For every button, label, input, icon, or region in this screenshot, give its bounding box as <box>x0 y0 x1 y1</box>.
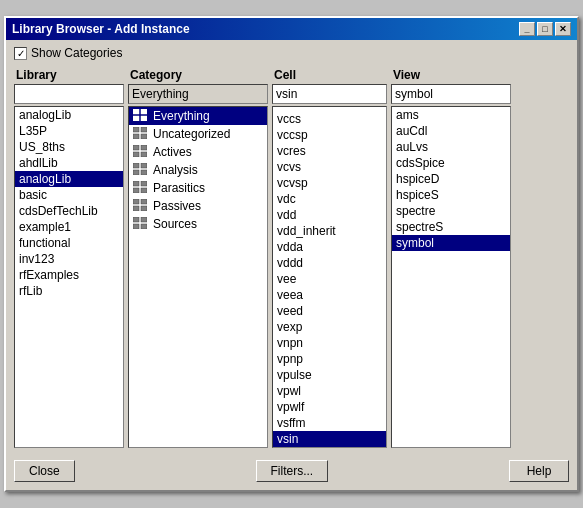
window-title: Library Browser - Add Instance <box>12 22 190 36</box>
category-list-item[interactable]: Passives <box>129 197 267 215</box>
svg-rect-2 <box>133 116 139 121</box>
category-icon <box>133 145 149 159</box>
category-item-label: Analysis <box>153 163 198 177</box>
cell-list-item[interactable]: vccsp <box>273 127 386 143</box>
svg-rect-3 <box>141 116 147 121</box>
view-column: View amsauCdlauLvscdsSpicehspiceDhspiceS… <box>391 68 511 448</box>
cell-list-item[interactable]: veed <box>273 303 386 319</box>
library-list-item[interactable]: example1 <box>15 219 123 235</box>
category-list-item[interactable]: Sources <box>129 215 267 233</box>
cell-list-item[interactable]: veea <box>273 287 386 303</box>
library-column: Library analogLibL35PUS_8thsahdlLibanalo… <box>14 68 124 448</box>
svg-rect-1 <box>141 109 147 114</box>
cell-list-item[interactable]: vsin <box>273 431 386 447</box>
cell-list-item[interactable]: vdd_inherit <box>273 223 386 239</box>
cell-list-item[interactable]: vsffm <box>273 415 386 431</box>
category-list-item[interactable]: Actives <box>129 143 267 161</box>
close-button[interactable]: ✕ <box>555 22 571 36</box>
category-icon <box>133 217 149 231</box>
cell-list-item[interactable]: vddd <box>273 255 386 271</box>
svg-rect-27 <box>141 224 147 229</box>
view-list-item[interactable]: symbol <box>392 235 510 251</box>
view-list-item[interactable]: hspiceD <box>392 171 510 187</box>
svg-rect-4 <box>133 127 139 132</box>
cell-header: Cell <box>272 68 387 82</box>
title-bar: Library Browser - Add Instance _ □ ✕ <box>6 18 577 40</box>
svg-rect-21 <box>141 199 147 204</box>
cell-column: Cell vccdvccsvccspvcresvcvsvcvspvdcvddvd… <box>272 68 387 448</box>
cell-list[interactable]: vccdvccsvccspvcresvcvsvcvspvdcvddvdd_inh… <box>272 106 387 448</box>
view-list[interactable]: amsauCdlauLvscdsSpicehspiceDhspiceSspect… <box>391 106 511 448</box>
view-list-item[interactable]: spectreS <box>392 219 510 235</box>
view-list-item[interactable]: spectre <box>392 203 510 219</box>
svg-rect-7 <box>141 134 147 139</box>
show-categories-checkbox[interactable]: ✓ <box>14 47 27 60</box>
category-input[interactable] <box>128 84 268 104</box>
view-list-item[interactable]: hspiceS <box>392 187 510 203</box>
category-list[interactable]: Everything Uncategorized Actives Analysi… <box>128 106 268 448</box>
svg-rect-24 <box>133 217 139 222</box>
show-categories-label: Show Categories <box>31 46 122 60</box>
minimize-button[interactable]: _ <box>519 22 535 36</box>
category-item-label: Sources <box>153 217 197 231</box>
cell-list-item[interactable]: vdda <box>273 239 386 255</box>
view-list-item[interactable]: ams <box>392 107 510 123</box>
close-button[interactable]: Close <box>14 460 75 482</box>
library-list-item[interactable]: inv123 <box>15 251 123 267</box>
library-list-item[interactable]: US_8ths <box>15 139 123 155</box>
view-list-item[interactable]: auCdl <box>392 123 510 139</box>
library-input[interactable] <box>14 84 124 104</box>
svg-rect-17 <box>141 181 147 186</box>
category-icon <box>133 163 149 177</box>
cell-list-item[interactable]: vcvs <box>273 159 386 175</box>
category-list-item[interactable]: Everything <box>129 107 267 125</box>
cell-list-item[interactable]: vexp <box>273 319 386 335</box>
category-item-label: Uncategorized <box>153 127 230 141</box>
svg-rect-25 <box>141 217 147 222</box>
cell-list-item[interactable]: vee <box>273 271 386 287</box>
cell-list-item[interactable]: vccs <box>273 111 386 127</box>
category-list-item[interactable]: Analysis <box>129 161 267 179</box>
view-input[interactable] <box>391 84 511 104</box>
cell-list-item[interactable]: vcres <box>273 143 386 159</box>
category-list-item[interactable]: Uncategorized <box>129 125 267 143</box>
category-list-item[interactable]: Parasitics <box>129 179 267 197</box>
view-list-item[interactable]: cdsSpice <box>392 155 510 171</box>
cell-list-item[interactable]: vpulse <box>273 367 386 383</box>
cell-list-item[interactable]: vdc <box>273 191 386 207</box>
filters-button[interactable]: Filters... <box>256 460 329 482</box>
cell-list-item[interactable]: vnpn <box>273 335 386 351</box>
columns-area: Library analogLibL35PUS_8thsahdlLibanalo… <box>14 68 569 448</box>
library-list-item[interactable]: rfExamples <box>15 267 123 283</box>
library-list-item[interactable]: cdsDefTechLib <box>15 203 123 219</box>
view-list-item[interactable]: auLvs <box>392 139 510 155</box>
category-icon <box>133 109 149 123</box>
library-list-item[interactable]: analogLib <box>15 107 123 123</box>
library-list-item[interactable]: rfLib <box>15 283 123 299</box>
svg-rect-19 <box>141 188 147 193</box>
library-list-item[interactable]: functional <box>15 235 123 251</box>
library-list[interactable]: analogLibL35PUS_8thsahdlLibanalogLibbasi… <box>14 106 124 448</box>
cell-list-item[interactable]: vcvsp <box>273 175 386 191</box>
library-list-item[interactable]: basic <box>15 187 123 203</box>
category-item-label: Passives <box>153 199 201 213</box>
library-list-item[interactable]: ahdlLib <box>15 155 123 171</box>
library-list-item[interactable]: L35P <box>15 123 123 139</box>
category-item-label: Actives <box>153 145 192 159</box>
maximize-button[interactable]: □ <box>537 22 553 36</box>
cell-list-item[interactable]: vpnp <box>273 351 386 367</box>
library-list-item[interactable]: analogLib <box>15 171 123 187</box>
svg-rect-11 <box>141 152 147 157</box>
help-button[interactable]: Help <box>509 460 569 482</box>
cell-list-item[interactable]: vpwl <box>273 383 386 399</box>
category-column: Category Everything Uncategorized Active… <box>128 68 268 448</box>
category-icon <box>133 181 149 195</box>
cell-list-item[interactable]: vpwlf <box>273 399 386 415</box>
cell-input[interactable] <box>272 84 387 104</box>
cell-list-item[interactable]: vdd <box>273 207 386 223</box>
category-icon <box>133 127 149 141</box>
svg-rect-18 <box>133 188 139 193</box>
category-item-label: Everything <box>153 109 210 123</box>
content-area: ✓ Show Categories Library analogLibL35PU… <box>6 40 577 454</box>
main-window: Library Browser - Add Instance _ □ ✕ ✓ S… <box>4 16 579 492</box>
